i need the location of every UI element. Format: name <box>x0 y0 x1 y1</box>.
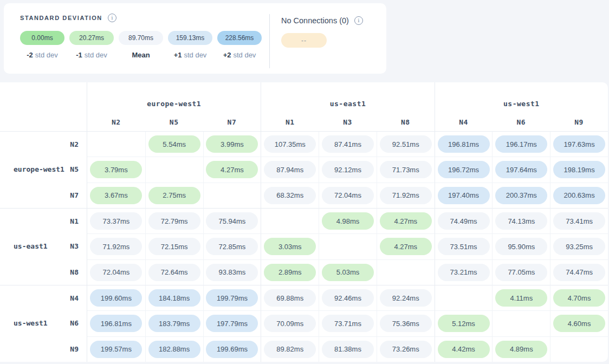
latency-pill[interactable]: 71.73ms <box>380 161 432 178</box>
latency-pill[interactable]: 196.81ms <box>90 315 142 332</box>
latency-pill[interactable]: 93.83ms <box>206 264 258 281</box>
column-node-header: N6 <box>492 113 550 131</box>
latency-pill[interactable]: 73.21ms <box>438 264 490 281</box>
latency-pill[interactable]: 182.88ms <box>148 341 200 358</box>
latency-cell: 184.18ms <box>145 285 203 310</box>
latency-pill[interactable]: 107.35ms <box>264 135 316 153</box>
latency-pill[interactable]: 92.12ms <box>322 161 374 178</box>
latency-pill[interactable]: 87.94ms <box>264 161 316 178</box>
latency-pill[interactable]: 4.42ms <box>438 341 490 358</box>
latency-cell: 5.12ms <box>435 310 493 336</box>
latency-pill[interactable]: 4.27ms <box>380 238 432 255</box>
latency-pill[interactable]: 89.82ms <box>264 341 316 358</box>
latency-pill[interactable]: 199.69ms <box>206 341 258 358</box>
latency-cell: 72.04ms <box>319 183 377 208</box>
latency-pill[interactable]: 5.12ms <box>438 315 490 332</box>
latency-pill[interactable]: 4.27ms <box>380 212 432 230</box>
latency-cell-empty <box>377 259 435 285</box>
latency-pill[interactable]: 92.51ms <box>380 135 432 153</box>
latency-pill[interactable]: 92.46ms <box>322 289 374 307</box>
latency-pill[interactable]: 199.57ms <box>90 341 142 358</box>
latency-pill[interactable]: 196.81ms <box>438 135 490 153</box>
latency-pill[interactable]: 199.79ms <box>206 289 258 307</box>
latency-pill[interactable]: 200.63ms <box>553 187 605 204</box>
row-label: N4 <box>0 285 87 310</box>
latency-pill[interactable]: 70.09ms <box>264 315 316 332</box>
latency-cell: 70.09ms <box>261 310 319 336</box>
latency-pill[interactable]: 4.98ms <box>322 212 374 230</box>
latency-pill[interactable]: 197.79ms <box>206 315 258 332</box>
latency-pill[interactable]: 95.90ms <box>495 238 547 255</box>
latency-cell: 75.94ms <box>203 208 261 233</box>
info-icon[interactable]: i <box>354 16 363 25</box>
latency-pill[interactable]: 74.49ms <box>438 212 490 230</box>
column-group-header: europe-west1 <box>87 82 261 113</box>
latency-pill[interactable]: 74.13ms <box>495 212 547 230</box>
latency-pill[interactable]: 81.38ms <box>322 341 374 358</box>
info-icon[interactable]: i <box>108 14 116 22</box>
latency-pill[interactable]: 73.41ms <box>553 212 605 230</box>
latency-pill[interactable]: 3.99ms <box>206 135 258 153</box>
latency-pill[interactable]: 2.89ms <box>264 264 316 281</box>
latency-pill[interactable]: 77.05ms <box>495 264 547 281</box>
latency-cell: 199.57ms <box>87 336 145 362</box>
latency-pill[interactable]: 4.11ms <box>495 289 547 307</box>
latency-cell: 69.88ms <box>261 285 319 310</box>
latency-cell: 199.69ms <box>203 336 261 362</box>
latency-cell-empty <box>492 310 550 336</box>
latency-pill[interactable]: 3.67ms <box>90 187 142 204</box>
latency-pill[interactable]: 71.92ms <box>380 187 432 204</box>
latency-pill[interactable]: 92.24ms <box>380 289 432 307</box>
latency-pill[interactable]: 5.54ms <box>148 135 200 153</box>
latency-pill[interactable]: 73.26ms <box>380 341 432 358</box>
latency-cell: 93.25ms <box>550 233 608 259</box>
latency-pill[interactable]: 75.94ms <box>206 212 258 230</box>
latency-pill[interactable]: 4.60ms <box>553 315 605 332</box>
latency-pill[interactable]: 3.03ms <box>264 238 316 255</box>
latency-pill[interactable]: 69.88ms <box>264 289 316 307</box>
latency-pill[interactable]: 199.60ms <box>90 289 142 307</box>
latency-cell-empty <box>145 157 203 182</box>
latency-pill[interactable]: 184.18ms <box>148 289 200 307</box>
latency-cell: 4.89ms <box>492 336 550 362</box>
matrix-corner <box>0 82 87 131</box>
latency-pill[interactable]: 73.71ms <box>322 315 374 332</box>
latency-pill[interactable]: 93.25ms <box>553 238 605 255</box>
latency-pill[interactable]: 72.04ms <box>322 187 374 204</box>
latency-pill[interactable]: 72.64ms <box>148 264 200 281</box>
latency-pill[interactable]: 183.79ms <box>148 315 200 332</box>
latency-pill[interactable]: 198.19ms <box>553 161 605 178</box>
latency-pill[interactable]: 197.40ms <box>438 187 490 204</box>
latency-pill[interactable]: 5.03ms <box>322 264 374 281</box>
latency-cell: 3.99ms <box>203 131 261 157</box>
latency-pill[interactable]: 72.85ms <box>206 238 258 255</box>
std-dev-stop: 159.13ms+1std dev <box>168 31 212 59</box>
latency-pill[interactable]: 68.32ms <box>264 187 316 204</box>
latency-pill[interactable]: 197.63ms <box>553 135 605 153</box>
latency-pill[interactable]: 196.72ms <box>438 161 490 178</box>
latency-pill[interactable]: 74.47ms <box>553 264 605 281</box>
column-node-header: N1 <box>261 113 319 131</box>
latency-cell: 71.92ms <box>87 233 145 259</box>
latency-pill[interactable]: 3.79ms <box>90 161 142 178</box>
latency-pill[interactable]: 73.51ms <box>438 238 490 255</box>
latency-pill[interactable]: 73.37ms <box>90 212 142 230</box>
latency-pill[interactable]: 71.92ms <box>90 238 142 255</box>
latency-pill[interactable]: 75.36ms <box>380 315 432 332</box>
latency-pill[interactable]: 196.17ms <box>495 135 547 153</box>
latency-pill[interactable]: 2.75ms <box>148 187 200 204</box>
latency-cell: 4.70ms <box>550 285 608 310</box>
latency-pill[interactable]: 72.79ms <box>148 212 200 230</box>
column-node-header: N3 <box>319 113 377 131</box>
latency-pill[interactable]: 4.70ms <box>553 289 605 307</box>
latency-cell: 5.03ms <box>319 259 377 285</box>
latency-pill[interactable]: 200.37ms <box>495 187 547 204</box>
std-deviation-section: STANDARD DEVIATION i 0.00ms-2std dev20.2… <box>20 13 262 59</box>
latency-pill[interactable]: 87.41ms <box>322 135 374 153</box>
latency-pill[interactable]: 72.15ms <box>148 238 200 255</box>
latency-pill[interactable]: 72.04ms <box>90 264 142 281</box>
latency-pill[interactable]: 4.89ms <box>495 341 547 358</box>
latency-pill[interactable]: 4.27ms <box>206 161 258 178</box>
latency-pill[interactable]: 197.64ms <box>495 161 547 178</box>
std-dev-stop-pill: 159.13ms <box>168 31 212 45</box>
